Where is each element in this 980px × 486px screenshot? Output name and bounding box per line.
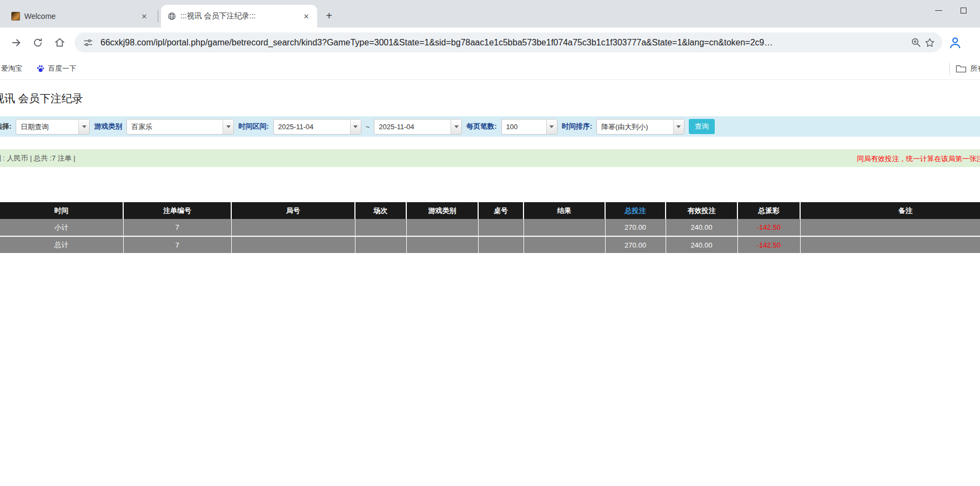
bet-record-table: 时间注单编号局号场次游戏类别桌号结果总投注有效投注总派彩备注小计7270.002… [0,202,980,254]
column-header: 总投注 [605,202,666,219]
subtotal-row-label: 小计 [0,219,123,236]
maximize-button[interactable] [951,2,976,18]
chevron-down-icon[interactable] [451,119,461,134]
browser-window: Welcome ✕ :::视讯 会员下注纪录::: ✕ + [0,0,980,486]
chevron-down-icon[interactable] [673,119,684,134]
total-row-valid-bet: 240.00 [666,236,737,254]
welcome-favicon-icon [11,12,20,21]
column-header: 注单编号 [123,202,231,219]
tab-divider [158,10,158,22]
total-row-payout: -142.50 [737,236,800,254]
date-separator: ~ [366,123,370,131]
subtotal-row: 小计7270.00240.00-142.50 [0,219,980,236]
chevron-down-icon[interactable] [350,119,361,134]
bookmark-star-icon[interactable] [923,36,937,50]
subtotal-row-valid-bet: 240.00 [666,219,737,236]
total-row: 总计7270.00240.00-142.50 [0,236,980,254]
bookmark-label: 爱淘宝 [1,64,22,74]
search-button[interactable]: 查询 [689,119,715,134]
summary-currency-count: 币别 : 人民币 | 总共 :7 注单 | [0,154,76,163]
column-header: 时间 [0,202,123,219]
reload-icon[interactable] [28,33,48,52]
total-row-empty [800,236,980,254]
column-header: 备注 [800,202,980,219]
folder-icon[interactable] [956,64,966,74]
total-row-empty [478,236,523,254]
chevron-down-icon[interactable] [223,119,233,134]
window-controls [926,2,976,18]
total-row-empty [355,236,406,254]
filter-bar: 选择: 日期查询 游戏类别 百家乐 时间区间: 2025-11-04 ~ 202… [0,116,980,137]
bookmarks-divider [949,63,950,75]
date-to-input[interactable]: 2025-11-04 [374,119,462,135]
subtotal-row-empty [355,219,406,236]
url-bar[interactable]: 66cxkj98.com/ipl/portal.php/game/betreco… [75,32,942,52]
bookmark-aitaobao[interactable]: 爱淘宝 [0,62,25,76]
tab-close-icon[interactable]: ✕ [139,11,150,22]
total-row-empty [231,236,355,254]
baidu-icon [36,64,45,73]
total-row-label: 总计 [0,236,123,254]
summary-notice: 同局有效投注，统一计算在该局第一张注单 [857,154,980,164]
subtotal-row-empty [231,219,355,236]
bet-table-wrap: 时间注单编号局号场次游戏类别桌号结果总投注有效投注总派彩备注小计7270.002… [0,202,980,254]
subtotal-row-total-bet: 270.00 [605,219,666,236]
column-header: 有效投注 [666,202,737,219]
total-row-empty [523,236,605,254]
sort-order-select[interactable]: 降幂(由大到小) [596,119,684,135]
column-header: 局号 [231,202,355,219]
bookmarks-bar: 爱淘宝 百度一下 所有书签 [0,57,980,80]
bookmark-baidu[interactable]: 百度一下 [33,62,79,76]
page-size-input[interactable]: 100 [501,119,558,135]
site-settings-icon[interactable] [81,36,95,50]
new-tab-button[interactable]: + [321,8,337,23]
subtotal-row-payout: -142.50 [737,219,800,236]
chevron-down-icon[interactable] [546,119,557,134]
url-text[interactable]: 66cxkj98.com/ipl/portal.php/game/betreco… [100,38,903,48]
date-range-label: 时间区间: [238,122,269,131]
date-from-input[interactable]: 2025-11-04 [273,119,361,135]
forward-icon[interactable] [6,33,26,52]
subtotal-row-empty [406,219,478,236]
tab-title: Welcome [24,12,135,21]
game-type-select[interactable]: 百家乐 [126,119,234,135]
query-type-label: 选择: [0,122,11,131]
chevron-down-icon[interactable] [78,119,89,134]
tab-welcome[interactable]: Welcome ✕ [5,5,155,28]
zoom-icon[interactable] [909,36,923,50]
sort-order-label: 时间排序: [562,122,592,131]
column-header: 游戏类别 [406,202,478,219]
home-icon[interactable] [50,33,69,52]
subtotal-row-empty [478,219,523,236]
game-type-label: 游戏类别 [94,122,122,131]
table-header-row: 时间注单编号局号场次游戏类别桌号结果总投注有效投注总派彩备注 [0,202,980,219]
globe-favicon-icon [167,12,176,21]
column-header: 桌号 [478,202,523,219]
page-content: 视讯 会员下注纪录 选择: 日期查询 游戏类别 百家乐 时间区间: 2025-1… [0,91,980,254]
total-row-empty [406,236,478,254]
tab-betrecord[interactable]: :::视讯 会员下注纪录::: ✕ [161,5,317,28]
column-header: 场次 [355,202,406,219]
total-row-total-bet: 270.00 [605,236,666,254]
browser-toolbar: 66cxkj98.com/ipl/portal.php/game/betreco… [0,28,980,57]
total-row-count: 7 [123,236,231,254]
tab-close-icon[interactable]: ✕ [301,11,312,22]
tab-title: :::视讯 会员下注纪录::: [180,11,297,21]
tab-strip: Welcome ✕ :::视讯 会员下注纪录::: ✕ + [0,0,980,28]
column-header: 总派彩 [737,202,800,219]
subtotal-row-empty [800,219,980,236]
subtotal-row-count: 7 [123,219,231,236]
page-title: 视讯 会员下注纪录 [0,91,980,106]
bookmark-label: 百度一下 [48,64,76,74]
summary-bar: 币别 : 人民币 | 总共 :7 注单 | 同局有效投注，统一计算在该局第一张注… [0,149,980,167]
bookmarks-right-group: 所有书签 [949,63,980,75]
profile-avatar-icon[interactable] [947,34,964,51]
page-size-label: 每页笔数: [466,122,496,131]
subtotal-row-empty [523,219,605,236]
all-bookmarks-label[interactable]: 所有书签 [970,64,980,74]
column-header: 结果 [523,202,605,219]
query-type-select[interactable]: 日期查询 [16,119,90,135]
minimize-button[interactable] [926,2,951,18]
